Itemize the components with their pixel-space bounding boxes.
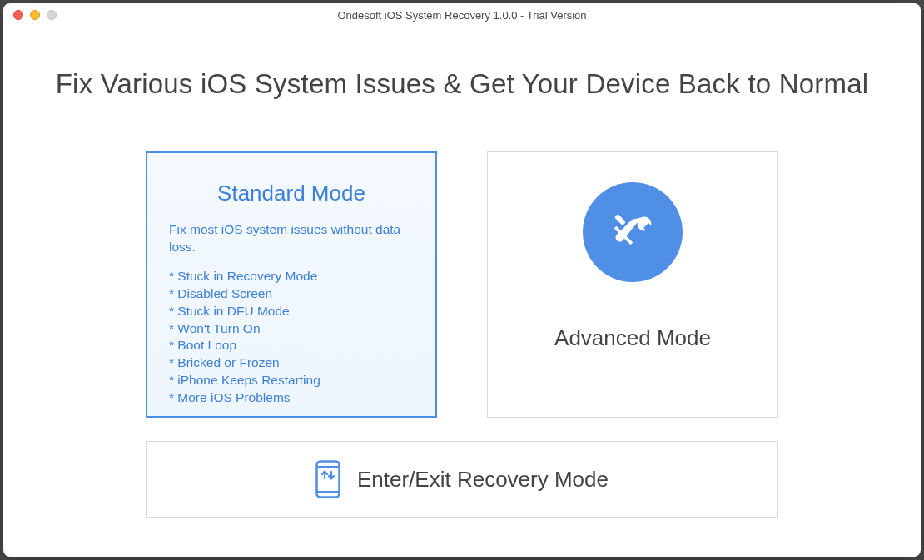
list-item: * Boot Loop xyxy=(169,337,414,354)
zoom-window-button-disabled xyxy=(47,10,57,20)
standard-mode-title: Standard Mode xyxy=(217,181,365,206)
recovery-mode-title: Enter/Exit Recovery Mode xyxy=(357,467,609,493)
standard-mode-description: Fix most iOS system issues without data … xyxy=(147,221,435,407)
tools-icon xyxy=(583,182,683,282)
minimize-window-button[interactable] xyxy=(30,10,40,20)
window-controls xyxy=(13,10,57,20)
standard-mode-card[interactable]: Standard Mode Fix most iOS system issues… xyxy=(146,151,437,418)
list-item: * More iOS Problems xyxy=(169,389,414,407)
phone-recovery-icon xyxy=(315,460,340,498)
page-headline: Fix Various iOS System Issues & Get Your… xyxy=(3,68,921,100)
recovery-mode-card[interactable]: Enter/Exit Recovery Mode xyxy=(146,441,778,518)
list-item: * Bricked or Frozen xyxy=(169,354,414,372)
svg-rect-0 xyxy=(614,214,626,225)
list-item: * Stuck in DFU Mode xyxy=(169,303,414,320)
advanced-mode-title: Advanced Mode xyxy=(554,325,711,351)
standard-mode-subtitle: Fix most iOS system issues without data … xyxy=(169,221,414,256)
window-title: Ondesoft iOS System Recovery 1.0.0 - Tri… xyxy=(3,9,921,22)
list-item: * Won't Turn On xyxy=(169,320,414,338)
standard-mode-feature-list: * Stuck in Recovery Mode * Disabled Scre… xyxy=(169,268,414,407)
titlebar: Ondesoft iOS System Recovery 1.0.0 - Tri… xyxy=(3,3,921,27)
advanced-mode-card[interactable]: Advanced Mode xyxy=(487,151,778,418)
list-item: * Disabled Screen xyxy=(169,285,414,303)
list-item: * iPhone Keeps Restarting xyxy=(169,372,414,389)
app-window: Ondesoft iOS System Recovery 1.0.0 - Tri… xyxy=(3,3,921,557)
mode-cards: Standard Mode Fix most iOS system issues… xyxy=(3,151,921,418)
advanced-mode-icon-wrap xyxy=(583,182,683,282)
list-item: * Stuck in Recovery Mode xyxy=(169,268,414,285)
close-window-button[interactable] xyxy=(13,10,23,20)
